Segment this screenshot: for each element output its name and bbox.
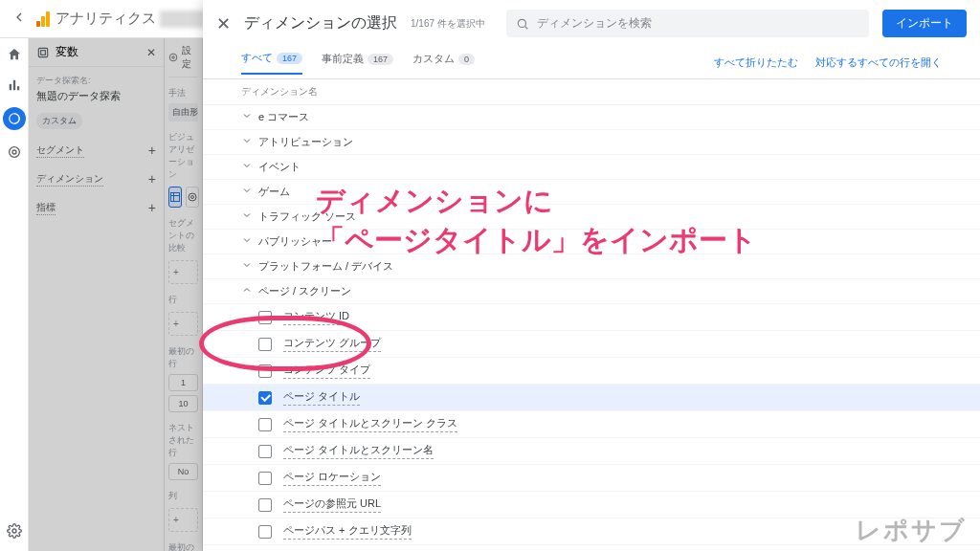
svg-point-16 (518, 19, 525, 27)
import-button[interactable]: インポート (882, 10, 967, 37)
dimension-item-label: ページの参照元 URL (283, 496, 381, 513)
dimension-checkbox[interactable] (258, 338, 272, 351)
home-icon[interactable] (6, 46, 23, 63)
dimension-item-row[interactable]: ページ ロケーション (203, 465, 980, 492)
dimension-group-row[interactable]: トラフィック ソース (203, 205, 980, 230)
dimension-item-label: ページパス + クエリ文字列 (283, 523, 412, 540)
dimension-group-row[interactable]: イベント (203, 155, 980, 180)
dimension-item-label: ページ ロケーション (283, 470, 381, 486)
dimension-item-label: ページ タイトル (283, 389, 360, 406)
dimension-group-label: アトリビューション (258, 135, 353, 149)
dimension-group-row[interactable]: パブリッシャー (203, 230, 980, 254)
dimension-group-label: トラフィック ソース (258, 209, 356, 224)
dimension-list[interactable]: e コマースアトリビューションイベントゲームトラフィック ソースパブリッシャープ… (203, 105, 980, 551)
watermark: レポサブ (856, 514, 967, 547)
chevron-down-icon (241, 234, 258, 249)
chevron-down-icon (241, 185, 258, 199)
dimension-item-row[interactable]: コンテンツ ID (203, 304, 980, 331)
tab-all[interactable]: すべて167 (241, 51, 302, 75)
expand-matching-link[interactable]: 対応するすべての行を開く (815, 55, 942, 70)
tab-custom[interactable]: カスタム0 (412, 52, 475, 74)
svg-rect-2 (16, 86, 18, 90)
close-modal-icon[interactable]: ✕ (216, 13, 231, 34)
dimension-item-row[interactable]: ページ タイトルとスクリーン クラス (203, 411, 980, 438)
collapse-all-link[interactable]: すべて折りたたむ (714, 55, 798, 70)
dimension-group-label: e コマース (258, 110, 309, 124)
svg-rect-1 (12, 80, 14, 91)
dimension-group-label: ゲーム (258, 185, 290, 199)
dimension-checkbox[interactable] (258, 498, 272, 512)
dimension-group-row[interactable]: ページ / スクリーン (203, 279, 980, 304)
ga-logo (36, 11, 50, 27)
dimension-item-label: コンテンツ グループ (283, 336, 381, 352)
settings-gear-icon[interactable] (6, 522, 23, 540)
dimension-item-label: コンテンツ ID (283, 309, 349, 325)
dimension-group-row[interactable]: アトリビューション (203, 130, 980, 155)
svg-line-17 (525, 26, 528, 29)
back-arrow-icon[interactable] (8, 6, 31, 33)
dimension-search-input[interactable]: ディメンションを検索 (506, 10, 869, 37)
chevron-up-icon (241, 284, 258, 298)
dimension-checkbox[interactable] (258, 525, 272, 539)
dimension-checkbox[interactable] (258, 311, 272, 324)
advertising-icon[interactable] (6, 143, 23, 161)
dimension-group-row[interactable]: e コマース (203, 105, 980, 130)
dimension-group-row[interactable]: ゲーム (203, 180, 980, 205)
chevron-down-icon (241, 160, 258, 174)
svg-rect-0 (9, 84, 11, 90)
dimension-item-row[interactable]: ページ タイトル (203, 385, 980, 411)
dimension-group-row[interactable]: プラットフォーム / デバイス (203, 254, 980, 279)
dimension-checkbox[interactable] (258, 472, 272, 485)
dimension-picker-modal: ✕ ディメンションの選択 1/167 件を選択中 ディメンションを検索 インポー… (203, 0, 980, 551)
chevron-down-icon (241, 110, 258, 124)
dimension-item-label: コンテンツ タイプ (283, 363, 370, 379)
svg-point-6 (12, 529, 16, 533)
search-icon (516, 17, 529, 31)
ga-logo-icon (36, 11, 50, 27)
chevron-down-icon (241, 135, 258, 149)
dimension-group-label: イベント (258, 160, 301, 174)
dimension-group-label: ページ / スクリーン (258, 284, 351, 298)
dimension-item-row[interactable]: コンテンツ タイプ (203, 358, 980, 385)
dimension-tabs: すべて167 事前定義167 カスタム0 すべて折りたたむ 対応するすべての行を… (203, 47, 980, 79)
chevron-down-icon (241, 209, 258, 224)
dimension-search-placeholder: ディメンションを検索 (537, 15, 652, 32)
dimension-item-label: ページ タイトルとスクリーン名 (283, 443, 434, 459)
app-title: アナリティクス (56, 10, 156, 28)
dimension-checkbox[interactable] (258, 418, 272, 431)
dimension-item-row[interactable]: ページ タイトルとスクリーン名 (203, 438, 980, 465)
dimension-item-row[interactable]: コンテンツ グループ (203, 331, 980, 358)
dimension-selected-count: 1/167 件を選択中 (411, 17, 485, 31)
svg-point-5 (12, 150, 16, 154)
dimension-group-label: パブリッシャー (258, 234, 332, 249)
dimension-item-label: ページ タイトルとスクリーン クラス (283, 416, 457, 432)
chevron-down-icon (241, 259, 258, 274)
modal-scrim (29, 38, 203, 551)
explore-icon[interactable] (3, 107, 26, 130)
tab-predefined[interactable]: 事前定義167 (322, 52, 393, 74)
reports-icon[interactable] (6, 77, 23, 94)
dimension-picker-header: ✕ ディメンションの選択 1/167 件を選択中 ディメンションを検索 インポー… (203, 0, 980, 47)
svg-point-4 (9, 147, 19, 158)
dimension-checkbox[interactable] (258, 391, 272, 405)
dimension-checkbox[interactable] (258, 364, 272, 378)
left-nav-rail (0, 38, 29, 551)
dimension-checkbox[interactable] (258, 445, 272, 458)
dimension-group-label: プラットフォーム / デバイス (258, 259, 393, 274)
dimension-column-header: ディメンション名 (203, 79, 980, 105)
account-name-blur (160, 11, 208, 28)
dimension-picker-title: ディメンションの選択 (244, 13, 397, 33)
